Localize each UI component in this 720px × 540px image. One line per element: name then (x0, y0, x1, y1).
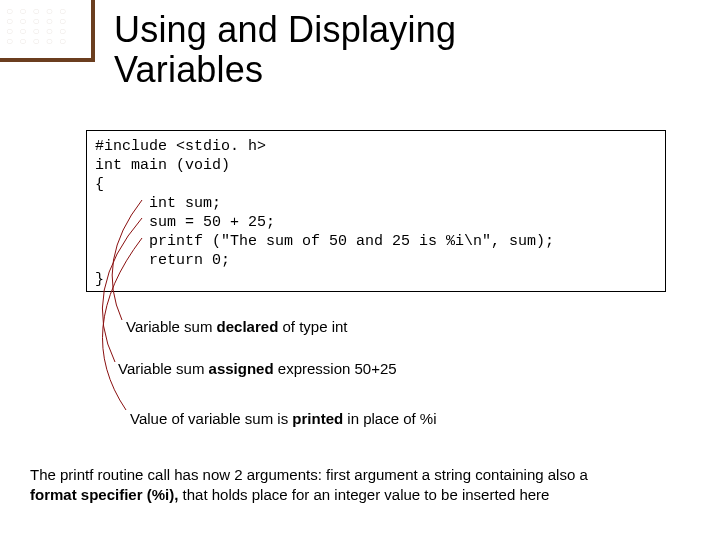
note3-b: printed (292, 410, 343, 427)
code-l8: } (95, 271, 104, 288)
accent-corner: ○○○○○ ○○○○○ ○○○○○ ○○○○○ (0, 0, 95, 62)
footer-b: format specifier (%i), (30, 486, 178, 503)
note-assigned: Variable sum assigned expression 50+25 (118, 360, 397, 377)
title-line-2: Variables (114, 49, 263, 90)
accent-dots: ○○○○○ ○○○○○ ○○○○○ ○○○○○ (6, 6, 86, 56)
footer-c: that holds place for an integer value to… (178, 486, 549, 503)
page-title: Using and Displaying Variables (114, 10, 456, 90)
code-l7: return 0; (95, 252, 230, 269)
note3-c: in place of %i (343, 410, 436, 427)
note-declared: Variable sum declared of type int (126, 318, 348, 335)
note1-c: of type int (278, 318, 347, 335)
note2-c: expression 50+25 (274, 360, 397, 377)
footer-text: The printf routine call has now 2 argume… (30, 465, 720, 505)
code-l5: sum = 50 + 25; (95, 214, 275, 231)
footer-a: The printf routine call has now 2 argume… (30, 466, 588, 483)
code-content: #include <stdio. h> int main (void) { in… (95, 137, 657, 289)
note3-a: Value of variable sum is (130, 410, 292, 427)
code-l4: int sum; (95, 195, 221, 212)
note1-a: Variable sum (126, 318, 217, 335)
note2-a: Variable sum (118, 360, 209, 377)
title-line-1: Using and Displaying (114, 9, 456, 50)
note1-b: declared (217, 318, 279, 335)
code-box: #include <stdio. h> int main (void) { in… (86, 130, 666, 292)
code-l2: int main (void) (95, 157, 230, 174)
note2-b: assigned (209, 360, 274, 377)
code-l6: printf ("The sum of 50 and 25 is %i\n", … (95, 233, 554, 250)
note-printed: Value of variable sum is printed in plac… (130, 410, 437, 427)
code-l3: { (95, 176, 104, 193)
code-l1: #include <stdio. h> (95, 138, 266, 155)
